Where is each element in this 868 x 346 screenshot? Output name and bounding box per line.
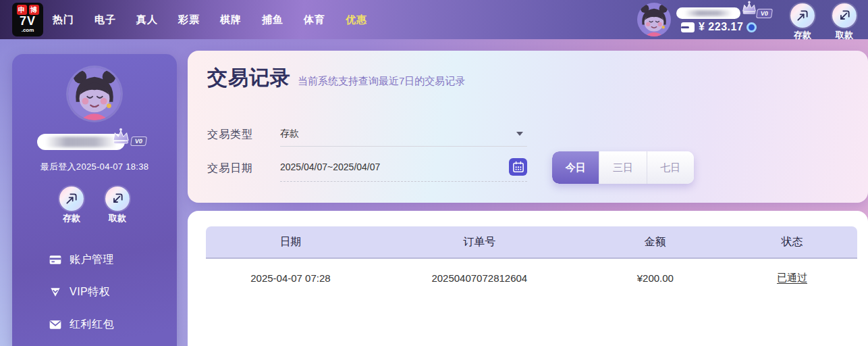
transfer-out-icon [838, 9, 851, 22]
type-filter-label: 交易类型 [207, 128, 253, 142]
account-sidebar: V0 最后登入2025-04-07 18:38 存款 取款 账户管理 VIP特权 [12, 54, 177, 346]
main-nav: 热门 电子 真人 彩票 棋牌 捕鱼 体育 优惠 [53, 0, 367, 39]
nav-item-slots[interactable]: 电子 [94, 14, 116, 26]
range-button-7days[interactable]: 七日 [647, 151, 694, 184]
withdraw-label: 取款 [836, 29, 853, 41]
vip-level-badge: V0 [756, 9, 773, 18]
sidebar-quick-actions: 存款 取款 [12, 187, 177, 224]
deposit-label: 存款 [794, 29, 811, 41]
nav-quick-actions: 存款 取款 [787, 3, 860, 41]
withdraw-button[interactable]: 取款 [829, 3, 860, 41]
range-button-3days[interactable]: 三日 [599, 151, 647, 184]
header-amount: 金额 [584, 235, 727, 249]
balance-row: ¥ 223.17 [680, 21, 757, 33]
nav-item-live[interactable]: 真人 [136, 14, 158, 26]
sidebar-item-label: 红利红包 [70, 318, 114, 332]
site-logo[interactable]: 申 博 7V .com [12, 3, 43, 36]
sidebar-item-label: 账户管理 [70, 253, 114, 267]
deposit-button[interactable]: 存款 [787, 3, 818, 41]
header-date: 日期 [206, 235, 375, 249]
transfer-out-icon [111, 192, 124, 205]
cell-amount: ¥200.00 [584, 272, 727, 284]
chevron-down-icon[interactable] [516, 132, 523, 136]
date-filter-label: 交易日期 [207, 162, 253, 176]
sidebar-withdraw-button[interactable]: 取款 [102, 187, 133, 224]
page-title: 交易记录 [207, 64, 291, 92]
balance-amount: ¥ 223.17 [699, 21, 743, 33]
status-badge[interactable]: 已通过 [777, 272, 807, 283]
type-select[interactable]: 存款 [280, 121, 527, 147]
sidebar-item-bonus[interactable]: 红利红包 [12, 315, 177, 334]
nav-item-sports[interactable]: 体育 [304, 14, 325, 26]
vip-level-badge: V0 [130, 137, 147, 146]
calendar-icon [512, 161, 524, 173]
cell-date: 2025-04-07 07:28 [206, 272, 375, 284]
transfer-in-icon [796, 9, 809, 22]
date-range-toggle: 今日 三日 七日 [552, 151, 694, 184]
table-header-row: 日期 订单号 金额 状态 [206, 226, 857, 259]
crown-icon [740, 0, 758, 15]
nav-item-lottery[interactable]: 彩票 [178, 14, 200, 26]
transfer-in-icon [65, 192, 78, 205]
withdraw-label: 取款 [109, 212, 126, 224]
username-blurred [676, 7, 740, 19]
nav-item-cards[interactable]: 棋牌 [220, 14, 242, 26]
transaction-filter-panel: 交易记录 当前系统支持查询最近7日的交易记录 交易类型 存款 交易日期 2025… [188, 51, 868, 203]
refresh-balance-icon[interactable] [747, 22, 757, 32]
range-button-today[interactable]: 今日 [552, 151, 599, 184]
page-header: 交易记录 当前系统支持查询最近7日的交易记录 [207, 64, 465, 92]
sidebar-deposit-button[interactable]: 存款 [56, 187, 87, 224]
user-avatar-large[interactable] [68, 68, 121, 120]
wallet-icon [680, 22, 695, 33]
crown-icon [111, 127, 131, 145]
logo-text: 7V [20, 15, 36, 28]
deposit-label: 存款 [63, 212, 80, 224]
type-select-value[interactable]: 存款 [280, 128, 516, 140]
user-avatar[interactable] [637, 3, 671, 36]
logo-domain: .com [22, 28, 34, 33]
nav-item-hot[interactable]: 热门 [53, 14, 74, 26]
table-row: 2025-04-07 07:28 20250407072812604 ¥200.… [206, 259, 857, 297]
logo-chip-1: 申 [17, 5, 27, 15]
bank-card-icon [49, 253, 62, 266]
sidebar-item-label: VIP特权 [70, 285, 110, 299]
avatar-image [68, 68, 121, 120]
vip-gem-icon [49, 285, 62, 299]
page-subtitle: 当前系统支持查询最近7日的交易记录 [298, 75, 465, 88]
nav-item-promos[interactable]: 优惠 [346, 14, 367, 26]
nav-item-fishing[interactable]: 捕鱼 [262, 14, 283, 26]
logo-chips: 申 博 [17, 5, 39, 15]
header-status: 状态 [727, 235, 857, 249]
sidebar-item-account[interactable]: 账户管理 [12, 250, 177, 269]
blur-smudge [45, 137, 117, 147]
blur-smudge [684, 10, 732, 16]
top-navbar: 申 博 7V .com 热门 电子 真人 彩票 棋牌 捕鱼 体育 优惠 V0 ¥… [0, 0, 868, 39]
sidebar-item-vip[interactable]: VIP特权 [12, 282, 177, 301]
transaction-table: 日期 订单号 金额 状态 2025-04-07 07:28 2025040707… [206, 226, 857, 297]
calendar-button[interactable] [509, 158, 527, 176]
cell-order-no: 20250407072812604 [375, 272, 584, 284]
avatar-image [637, 3, 671, 36]
header-order-no: 订单号 [375, 235, 584, 249]
transaction-table-panel: 日期 订单号 金额 状态 2025-04-07 07:28 2025040707… [188, 211, 868, 346]
red-envelope-icon [49, 318, 62, 331]
date-range-value[interactable]: 2025/04/07~2025/04/07 [280, 162, 509, 172]
date-range-input[interactable]: 2025/04/07~2025/04/07 [280, 152, 527, 182]
logo-chip-2: 博 [29, 5, 39, 15]
cell-status: 已通过 [727, 272, 857, 285]
last-login-text: 最后登入2025-04-07 18:38 [12, 161, 177, 173]
